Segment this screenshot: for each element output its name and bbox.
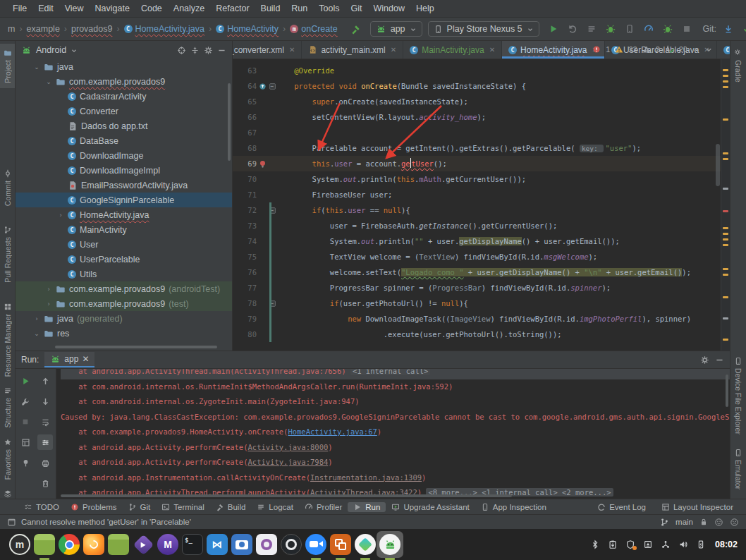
menu-git[interactable]: Git (345, 2, 367, 15)
apply-changes-icon[interactable] (564, 21, 582, 37)
close-icon[interactable]: ✕ (391, 46, 396, 54)
smiley-sad-icon[interactable] (730, 517, 739, 526)
profiler-gauge-icon[interactable] (640, 21, 658, 37)
tree-item-java[interactable]: ⌄java (16, 59, 232, 74)
menu-run[interactable]: Run (286, 2, 313, 15)
stop-icon[interactable] (678, 21, 696, 37)
dock-icon-chrome[interactable] (59, 534, 80, 555)
tree-item-homeactivity-java[interactable]: ›CHomeActivity.java (16, 207, 232, 222)
dock-icon-obs-studio[interactable] (281, 534, 302, 555)
console-vscrollbar[interactable] (726, 375, 728, 407)
tool-window-commit[interactable]: Commit (0, 164, 15, 211)
console-hscrollbar[interactable] (61, 494, 512, 497)
code-line-63[interactable]: 63 @Override (233, 63, 730, 78)
tree-item-java[interactable]: ›java (generated) (16, 311, 232, 326)
menu-help[interactable]: Help (410, 2, 440, 15)
close-icon[interactable]: ✕ (289, 46, 295, 54)
code-line-77[interactable]: 77 ProgressBar spinner = (ProgressBar) f… (233, 280, 730, 296)
tree-item-dados-do-app-txt[interactable]: Dados do app.txt (16, 118, 232, 133)
menu-view[interactable]: View (59, 2, 90, 15)
tray-bluetooth-icon[interactable] (590, 540, 600, 549)
tool-window-resource-manager[interactable]: Resource Manager (0, 298, 15, 382)
dock-icon-mail-m-purple[interactable]: M (157, 534, 178, 555)
git-branch-icon[interactable] (660, 517, 669, 526)
smiley-happy-icon[interactable] (714, 517, 723, 526)
toolwindow-button-git[interactable]: Git (123, 502, 157, 512)
toolwindow-button-app-inspection[interactable]: App Inspection (475, 502, 552, 512)
code-line-65[interactable]: 65 super.onCreate(savedInstanceState); (233, 94, 730, 109)
code-line-80[interactable]: 80 .execute(user.getPhotoUrl().toString(… (233, 327, 730, 342)
build-hammer-icon[interactable] (347, 21, 365, 37)
tool-window-gradle[interactable]: Gradle (730, 44, 746, 87)
editor-scrollbar[interactable] (716, 144, 720, 186)
lock-icon[interactable] (699, 518, 708, 527)
device-select[interactable]: Play Store Nexus 5 (428, 21, 539, 37)
code-line-64[interactable]: 64− protected void onCreate(Bundle saved… (233, 78, 730, 94)
run-config-select[interactable]: app (370, 21, 422, 37)
tree-item-user[interactable]: CUser (16, 237, 232, 252)
tree-item-converter[interactable]: CConverter (16, 104, 232, 118)
gear-icon[interactable] (700, 355, 709, 365)
code-line-68[interactable]: 68 Parcelable account = getIntent().getE… (233, 140, 730, 156)
run-tab-app[interactable]: app ✕ (44, 352, 94, 367)
toolwindow-button-todo[interactable]: TODO (18, 502, 65, 512)
tab-mainactivity-java[interactable]: CMainActivity.java✕ (403, 41, 502, 59)
tab-googlesigninparcelable-java[interactable]: CGoogleSigninParcelable.java✕ (717, 41, 730, 59)
tool-window-structure[interactable]: Structure (0, 382, 15, 433)
tool-window-device-file-explorer[interactable]: Device File Explorer (730, 352, 746, 439)
toolwindow-button-profiler[interactable]: Profiler (299, 502, 348, 512)
menu-build[interactable]: Build (255, 2, 286, 15)
tree-item-userparcelable[interactable]: CUserParcelable (16, 252, 232, 267)
tray-shield-icon[interactable] (625, 540, 635, 549)
vertical-scrollbar[interactable] (228, 83, 231, 161)
code-area[interactable]: 63 @Override64− protected void onCreate(… (233, 59, 730, 351)
menu-tools[interactable]: Tools (313, 2, 345, 15)
tool-window-emulator[interactable]: Emulator (730, 444, 746, 494)
print-button[interactable] (37, 455, 53, 470)
dock-icon-notes-app-orange[interactable] (330, 534, 351, 555)
tray-clipboard-icon[interactable] (608, 540, 618, 549)
debug-icon[interactable] (602, 21, 620, 37)
code-line-71[interactable]: 71 FirebaseUser user; (233, 187, 730, 202)
stack-trace-link[interactable]: HomeActivity.java:67 (288, 427, 377, 436)
fold-icon[interactable]: − (269, 83, 276, 90)
menu-edit[interactable]: Edit (32, 2, 59, 15)
code-line-74[interactable]: 74 System.out.println("" + user.getDispl… (233, 233, 730, 249)
git-update-icon[interactable] (719, 21, 737, 37)
code-line-72[interactable]: 72− if(this.user == null){ (233, 202, 730, 218)
code-line-79[interactable]: 79 new DownloadImageTask((ImageView) fin… (233, 311, 730, 327)
tree-item-emailpasswordactivity-java[interactable]: EmailPasswordActivity.java (16, 178, 232, 193)
dock-icon-genymotion-emulator[interactable] (355, 534, 376, 555)
next-error-icon[interactable] (705, 44, 713, 54)
dock-icon-zoom-app[interactable] (305, 534, 326, 555)
stack-trace-link[interactable]: Instrumentation.java:1309 (310, 473, 422, 482)
attach-debugger-icon[interactable] (659, 21, 677, 37)
collapse-all-icon[interactable] (190, 45, 200, 55)
tree-item-res[interactable]: ⌄res (16, 326, 232, 341)
stack-trace-link[interactable]: Activity.java:8000 (248, 443, 329, 451)
tree-item-com-example-provados9[interactable]: ›com.example.provados9 (androidTest) (16, 281, 232, 296)
close-icon[interactable]: ✕ (82, 354, 89, 364)
menu-code[interactable]: Code (135, 2, 168, 15)
tree-item-com-example-provados9[interactable]: ⌄com.example.provados9 (16, 74, 232, 89)
dock-icon-media-player-purple[interactable] (133, 534, 154, 555)
code-line-73[interactable]: 73 user = FirebaseAuth.getInstance().get… (233, 218, 730, 233)
prev-error-icon[interactable] (692, 44, 700, 54)
profile-lines-icon[interactable] (583, 21, 601, 37)
breadcrumb-example[interactable]: example (25, 23, 62, 35)
down-stack-trace-button[interactable] (37, 394, 53, 409)
close-icon[interactable]: ✕ (489, 46, 495, 54)
pin-tab-button[interactable] (18, 455, 33, 470)
menu-file[interactable]: File (7, 2, 32, 15)
breadcrumb-homeactivity[interactable]: CHomeActivity (214, 23, 281, 35)
tree-item-downloadimage[interactable]: CDownloadImage (16, 148, 232, 163)
breadcrumb-homeactivity-java[interactable]: CHomeActivity.java (122, 23, 207, 35)
soft-wrap-button[interactable] (37, 414, 53, 430)
tray-volume-icon[interactable] (678, 540, 688, 549)
tool-window-project[interactable]: Project (0, 44, 15, 88)
dock-icon-folder-green[interactable] (108, 534, 129, 555)
tree-item-com-example-provados9[interactable]: ›com.example.provados9 (test) (16, 296, 232, 311)
code-line-76[interactable]: 76 welcome.setText("Logado como " + user… (233, 264, 730, 280)
breadcrumb-m[interactable]: m (6, 23, 17, 35)
menu-window[interactable]: Window (367, 2, 410, 15)
